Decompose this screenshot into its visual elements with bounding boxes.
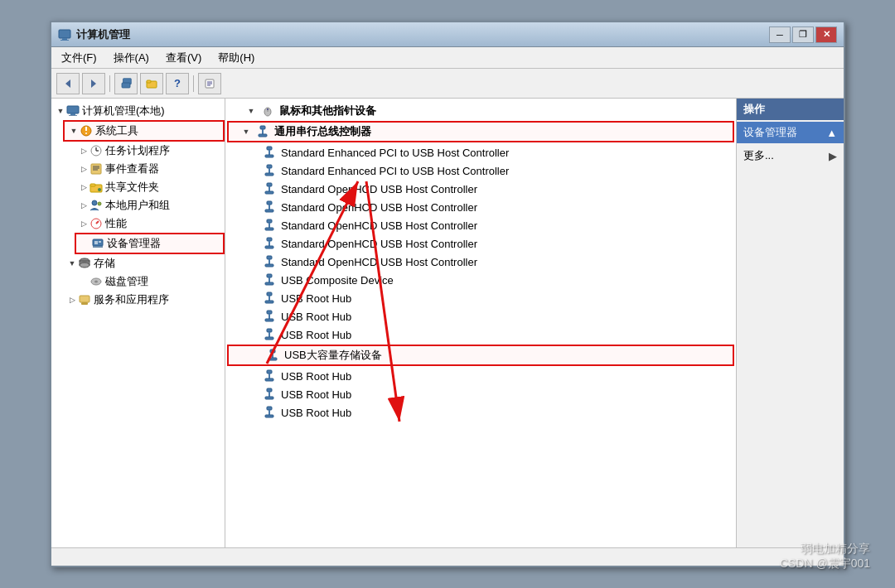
svg-rect-83 — [270, 349, 275, 353]
svg-rect-88 — [265, 378, 273, 381]
tree-event-viewer[interactable]: ▷ 事件查看器 — [75, 160, 225, 178]
device-item-dev5[interactable]: Standard OpenHCD USB Host Controller — [225, 216, 736, 234]
users-expand: ▷ — [78, 200, 90, 211]
usb-device-icon-12 — [262, 369, 277, 383]
svg-rect-42 — [80, 296, 90, 302]
minimize-button[interactable]: ─ — [769, 27, 791, 43]
tree-services[interactable]: ▷ 服务和应用程序 — [63, 291, 225, 309]
usb-device-icon-5 — [262, 236, 277, 251]
device-item-dev3[interactable]: Standard OpenHCD USB Host Controller — [225, 180, 736, 198]
device-label-dev9: USB Root Hub — [281, 292, 351, 305]
device-label-dev7: Standard OpenHCD USB Host Controller — [281, 256, 477, 268]
middle-area: ▼ 鼠标和其他指针设备 ▼ — [225, 99, 736, 547]
app-icon — [58, 28, 71, 41]
restore-button[interactable]: ❐ — [792, 27, 814, 43]
device-item-dev11[interactable]: USB Root Hub — [225, 325, 736, 344]
users-icon — [90, 199, 103, 212]
services-icon — [78, 293, 91, 306]
close-button[interactable]: ✕ — [815, 27, 837, 43]
device-item-dev1[interactable]: Standard Enhanced PCI to USB Host Contro… — [225, 143, 736, 161]
usb-device-icon-10 — [262, 327, 277, 342]
device-item-dev2[interactable]: Standard Enhanced PCI to USB Host Contro… — [225, 161, 736, 180]
device-item-dev14[interactable]: USB Root Hub — [225, 385, 736, 403]
usb-device-icon-8 — [262, 291, 277, 306]
svg-rect-91 — [265, 397, 273, 399]
device-label-dev12: USB大容量存储设备 — [284, 348, 382, 363]
device-item-dev13[interactable]: USB Root Hub — [225, 367, 736, 385]
task-scheduler-label: 任务计划程序 — [105, 143, 170, 158]
svg-rect-22 — [91, 164, 101, 174]
device-item-dev12[interactable]: USB大容量存储设备 — [227, 345, 734, 366]
up-button[interactable] — [114, 73, 138, 94]
device-item-dev10[interactable]: USB Root Hub — [225, 307, 736, 325]
svg-rect-47 — [260, 126, 265, 129]
svg-rect-68 — [267, 256, 272, 259]
system-tools-expand: ▼ — [68, 125, 80, 137]
svg-rect-71 — [267, 274, 272, 277]
help-button[interactable]: ? — [166, 73, 189, 94]
back-button[interactable] — [56, 73, 80, 94]
svg-rect-76 — [265, 301, 273, 303]
title-left: 计算机管理 — [58, 27, 130, 42]
usb-device-icon-11 — [265, 348, 280, 363]
properties-button[interactable] — [198, 73, 221, 94]
svg-rect-13 — [67, 106, 79, 113]
svg-rect-15 — [69, 115, 77, 116]
device-item-dev7[interactable]: Standard OpenHCD USB Host Controller — [225, 253, 736, 271]
tree-root[interactable]: ▼ 计算机管理(本地) — [51, 102, 225, 120]
root-expand-icon: ▼ — [55, 105, 66, 117]
window-controls: ─ ❐ ✕ — [769, 27, 837, 43]
svg-rect-43 — [81, 302, 88, 305]
svg-rect-35 — [99, 241, 101, 243]
menu-action[interactable]: 操作(A) — [107, 49, 156, 67]
svg-rect-74 — [267, 292, 272, 296]
device-label-dev5: Standard OpenHCD USB Host Controller — [281, 219, 477, 232]
tree-disk-management[interactable]: 磁盘管理 — [75, 272, 225, 291]
tree-local-users[interactable]: ▷ 本地用户和组 — [75, 196, 225, 214]
tree-system-tools[interactable]: ▼ 系统工具 — [63, 120, 225, 142]
tree-task-scheduler[interactable]: ▷ 任务计划程序 — [75, 142, 225, 160]
device-item-dev4[interactable]: Standard OpenHCD USB Host Controller — [225, 198, 736, 216]
device-label-dev11: USB Root Hub — [281, 329, 351, 341]
device-item-dev9[interactable]: USB Root Hub — [225, 289, 736, 307]
svg-line-32 — [96, 221, 99, 224]
menu-view[interactable]: 查看(V) — [159, 49, 208, 67]
local-users-label: 本地用户和组 — [105, 198, 170, 213]
status-bar — [51, 547, 844, 566]
device-manager-label: 设备管理器 — [107, 236, 161, 251]
computer-icon — [66, 104, 80, 118]
folder-button[interactable] — [140, 73, 163, 94]
left-panel: ▼ 计算机管理(本地) ▼ — [51, 99, 225, 547]
tree-device-manager[interactable]: 设备管理器 — [75, 233, 225, 254]
tree-storage[interactable]: ▼ 存储 — [63, 254, 225, 272]
event-expand: ▷ — [78, 163, 90, 175]
forward-button[interactable] — [82, 73, 105, 94]
svg-rect-79 — [265, 319, 273, 321]
disk-management-label: 磁盘管理 — [105, 274, 148, 289]
device-item-dev8[interactable]: USB Composite Device — [225, 271, 736, 289]
usb-device-icon-6 — [262, 254, 277, 269]
device-manager-action[interactable]: 设备管理器 ▲ — [737, 122, 844, 143]
device-item-dev15[interactable]: USB Root Hub — [225, 403, 736, 422]
watermark-line2: CSDN @震宇001 — [780, 557, 870, 571]
svg-rect-34 — [94, 241, 98, 244]
services-label: 服务和应用程序 — [94, 292, 169, 307]
perf-expand: ▷ — [78, 218, 90, 229]
category-mouse[interactable]: ▼ 鼠标和其他指针设备 — [225, 102, 736, 120]
category-usb[interactable]: ▼ 通用串行总线控制器 — [227, 121, 734, 142]
storage-icon — [78, 257, 91, 270]
tree-performance[interactable]: ▷ 性能 — [75, 214, 225, 233]
svg-rect-92 — [267, 407, 272, 410]
menu-file[interactable]: 文件(F) — [55, 49, 104, 67]
tree-shared-folders[interactable]: ▷ 共享文件夹 — [75, 178, 225, 196]
menu-bar: 文件(F) 操作(A) 查看(V) 帮助(H) — [51, 47, 844, 69]
menu-help[interactable]: 帮助(H) — [211, 49, 261, 67]
svg-rect-17 — [85, 127, 87, 131]
watermark-line1: 弱电加精分享 — [780, 542, 870, 557]
device-item-dev6[interactable]: Standard OpenHCD USB Host Controller — [225, 234, 736, 253]
event-icon — [90, 162, 103, 176]
disk-expand — [78, 276, 90, 287]
device-manager-action-label: 设备管理器 — [743, 125, 797, 140]
more-action[interactable]: 更多... ▶ — [737, 145, 844, 166]
shared-folders-label: 共享文件夹 — [105, 180, 159, 195]
